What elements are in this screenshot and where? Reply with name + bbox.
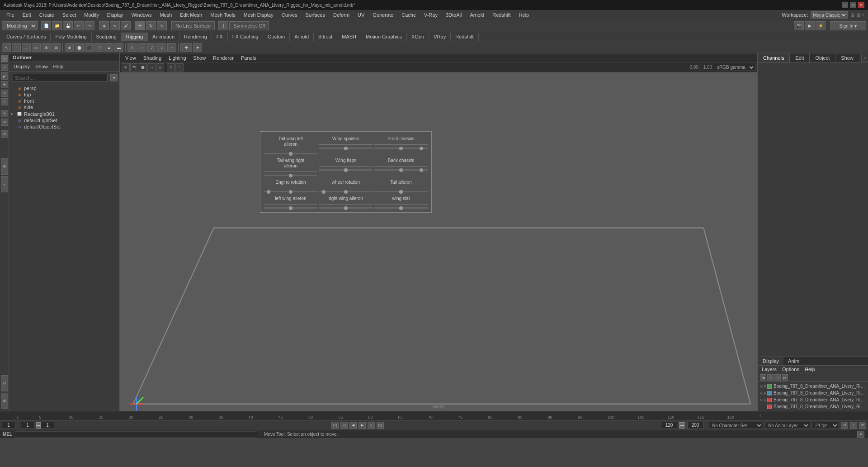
- outliner-menu-show[interactable]: Show: [33, 63, 51, 70]
- menu-generate[interactable]: Generate: [369, 11, 397, 19]
- mode-selector[interactable]: Modeling: [2, 21, 38, 30]
- rig-slider-10[interactable]: [319, 207, 373, 209]
- rig-slider-4[interactable]: [319, 169, 373, 171]
- symmetry-off[interactable]: Symmetry: Off: [229, 21, 269, 30]
- paint-btn[interactable]: 🖌: [121, 21, 131, 30]
- no-live-surface[interactable]: No Live Surface: [171, 21, 215, 30]
- menu-redshift[interactable]: Redshift: [489, 11, 514, 19]
- layer-nav-prev1[interactable]: ⏮: [760, 374, 766, 381]
- viewport[interactable]: View Shading Lighting Show Renderer Pane…: [120, 53, 757, 411]
- open-scene-btn[interactable]: 📁: [52, 21, 62, 30]
- menu-help[interactable]: Help: [515, 11, 533, 19]
- status-icon1[interactable]: ≡: [857, 431, 864, 438]
- timeline-playback-end[interactable]: [661, 422, 677, 429]
- tree-item-rectangle[interactable]: ▸ ⬜ Rectangle001: [10, 110, 118, 117]
- menu-display[interactable]: Display: [104, 11, 127, 19]
- channel-icon1[interactable]: ↗: [861, 54, 868, 62]
- tree-item-side[interactable]: ◉ side: [10, 104, 118, 110]
- tab-fx-caching[interactable]: FX Caching: [228, 33, 263, 41]
- sph-btn[interactable]: ⬤: [75, 43, 84, 52]
- menu-select[interactable]: Select: [59, 11, 80, 19]
- tree-item-persp[interactable]: ◉ persp: [10, 85, 118, 91]
- face-btn[interactable]: ▭: [32, 43, 41, 52]
- scale-btn[interactable]: ⤡: [157, 21, 167, 30]
- rig-slider-2[interactable]: [374, 148, 428, 149]
- redo-btn[interactable]: ↪: [85, 21, 94, 30]
- mel-input[interactable]: [15, 431, 257, 438]
- gamma-selector[interactable]: sRGB gamma: [715, 64, 755, 71]
- menu-mesh-display[interactable]: Mesh Display: [240, 11, 277, 19]
- tab-anim[interactable]: Anim: [783, 357, 804, 365]
- timeline-end-frame[interactable]: [687, 422, 703, 429]
- vp-wire-btn[interactable]: ▭: [147, 63, 156, 71]
- tab-curves-surfaces[interactable]: Curves / Surfaces: [2, 33, 51, 41]
- vp-menu-lighting[interactable]: Lighting: [165, 54, 190, 62]
- plane-btn[interactable]: ▬: [114, 43, 123, 52]
- next-keyframe-btn[interactable]: ▷|: [377, 422, 384, 429]
- vp-cam-btn[interactable]: 📷: [130, 63, 138, 71]
- search-options-btn[interactable]: ▾: [110, 74, 118, 81]
- tab-motion-graphics[interactable]: Motion Graphics: [361, 33, 407, 41]
- tab-bifrost[interactable]: Bifrost: [314, 33, 337, 41]
- select-btn[interactable]: ◈: [99, 21, 109, 30]
- layer-item-1[interactable]: V P Boeing_787_8_Dreamliner_ANA_Livery_R…: [758, 390, 868, 396]
- menu-vray[interactable]: V-Ray: [420, 11, 441, 19]
- tab-arnold[interactable]: Arnold: [290, 33, 314, 41]
- add-btn[interactable]: +: [180, 43, 192, 52]
- tab-vray[interactable]: VRay: [429, 33, 451, 41]
- tab-sculpting[interactable]: Sculpting: [92, 33, 122, 41]
- menu-curves[interactable]: Curves: [278, 11, 301, 19]
- cone-btn[interactable]: ▲: [104, 43, 113, 52]
- layer-nav-prev2[interactable]: ◁: [767, 374, 774, 381]
- menu-windows[interactable]: Windows: [128, 11, 156, 19]
- tab-mash[interactable]: MASH: [337, 33, 361, 41]
- snap-tool-btn[interactable]: ⊙: [1, 110, 8, 117]
- vp-shading-btn[interactable]: ⬤: [139, 63, 147, 71]
- rig-slider-7[interactable]: [319, 191, 373, 192]
- menu-file[interactable]: File: [3, 11, 18, 19]
- lasso-tool-btn[interactable]: ∿: [1, 64, 8, 71]
- audio-btn[interactable]: ♪: [850, 422, 857, 429]
- rig-slider-9[interactable]: [264, 207, 317, 209]
- restore-button[interactable]: ▭: [850, 2, 856, 8]
- close-button[interactable]: ✕: [858, 2, 864, 8]
- layer-item-0[interactable]: V P Boeing_787_8_Dreamliner_ANA_Livery_R…: [758, 383, 868, 390]
- vp-xray-btn[interactable]: ⊡: [167, 63, 175, 71]
- save-scene-btn[interactable]: 💾: [63, 21, 73, 30]
- merge-btn[interactable]: ↔: [167, 43, 176, 52]
- tab-show[interactable]: Show: [835, 53, 859, 62]
- menu-create[interactable]: Create: [36, 11, 58, 19]
- multi-btn[interactable]: ⊞: [42, 43, 51, 52]
- snap-icon[interactable]: |: [218, 21, 228, 30]
- select-object-btn[interactable]: ↖: [2, 43, 11, 52]
- rig-slider-0[interactable]: [264, 153, 317, 154]
- tab-edit[interactable]: Edit: [790, 53, 810, 62]
- bevel-btn[interactable]: ⌓: [137, 43, 146, 52]
- tree-item-top[interactable]: ◉ top: [10, 91, 118, 98]
- rig-slider-11[interactable]: [374, 207, 428, 209]
- tree-item-default-object-set[interactable]: ⊙ defaultObjectSet: [10, 124, 118, 130]
- tab-channels[interactable]: Channels: [758, 53, 790, 62]
- timeline-current-frame[interactable]: [21, 422, 34, 429]
- camera-btn[interactable]: 📷: [794, 21, 804, 30]
- workspace-selector[interactable]: Maya Classic: [811, 11, 848, 19]
- tab-fx[interactable]: FX: [212, 33, 228, 41]
- bottom-tool-btn[interactable]: ⊟: [1, 375, 8, 391]
- scale-tool-btn[interactable]: ⤡: [1, 98, 8, 105]
- tab-poly-modeling[interactable]: Poly Modeling: [51, 33, 91, 41]
- bottom-tool2-btn[interactable]: ⊞: [1, 393, 8, 409]
- lasso-btn[interactable]: ∿: [110, 21, 120, 30]
- menu-deform[interactable]: Deform: [330, 11, 353, 19]
- soft-mod-btn[interactable]: ◎: [1, 130, 8, 138]
- menu-edit-mesh[interactable]: Edit Mesh: [176, 11, 206, 19]
- timeline-playback-start[interactable]: [41, 422, 54, 429]
- extra-btn[interactable]: ✦: [193, 43, 202, 52]
- tree-item-front[interactable]: ◉ front: [10, 98, 118, 104]
- tab-object[interactable]: Object: [810, 53, 835, 62]
- vp-menu-renderer[interactable]: Renderer: [209, 54, 237, 62]
- rig-slider-3[interactable]: [264, 175, 317, 176]
- vp-reset-btn[interactable]: ⊞: [122, 63, 130, 71]
- tab-animation[interactable]: Animation: [148, 33, 179, 41]
- outliner-menu-display[interactable]: Display: [11, 63, 33, 70]
- tab-custom[interactable]: Custom: [263, 33, 290, 41]
